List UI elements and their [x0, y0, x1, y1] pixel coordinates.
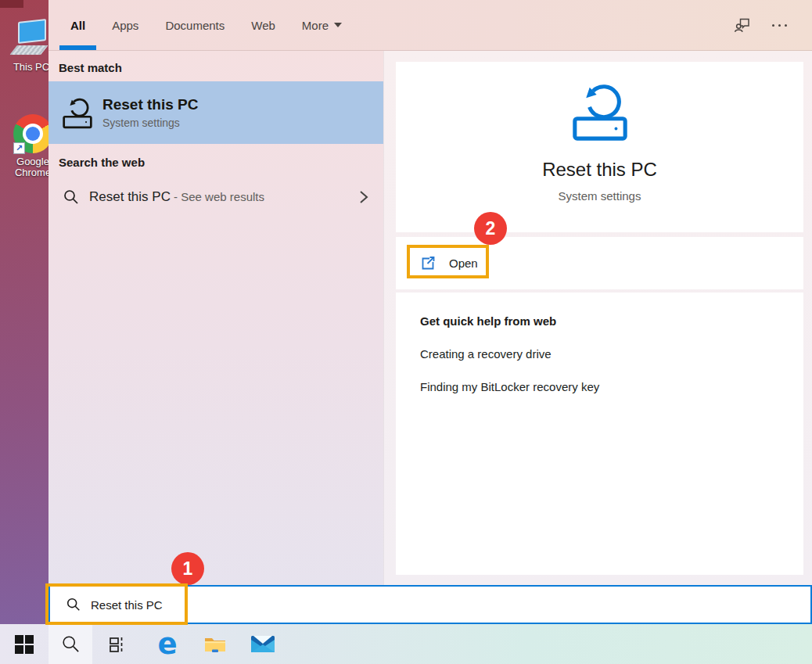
desktop-icon-label: This PC — [9, 61, 53, 73]
mail-icon — [250, 634, 275, 654]
this-pc-icon — [12, 20, 51, 58]
taskbar: e — [0, 624, 812, 664]
annotation-step-2: 2 — [474, 212, 507, 245]
chrome-icon: ↗ — [13, 114, 52, 153]
tab-documents[interactable]: Documents — [154, 0, 235, 50]
taskbar-search-button[interactable] — [49, 624, 92, 664]
search-flyout: All Apps Documents Web More Best match — [49, 0, 812, 585]
taskbar-mail-button[interactable] — [245, 624, 281, 664]
chevron-down-icon — [334, 23, 342, 27]
reset-pc-icon-large — [567, 81, 633, 142]
windows-logo-icon — [15, 635, 34, 654]
quick-help-card: Get quick help from web Creating a recov… — [396, 293, 803, 575]
best-match-header: Best match — [49, 51, 383, 74]
search-the-web-header: Search the web — [49, 156, 383, 169]
search-icon — [63, 188, 80, 206]
file-explorer-icon — [203, 634, 227, 654]
detail-header-card: Reset this PC System settings — [396, 62, 803, 232]
web-search-result[interactable]: Reset this PC - See web results — [49, 178, 383, 216]
search-icon — [61, 634, 81, 654]
help-link-bitlocker[interactable]: Finding my BitLocker recovery key — [396, 380, 803, 393]
help-link-recovery-drive[interactable]: Creating a recovery drive — [396, 347, 803, 361]
taskbar-file-explorer-button[interactable] — [197, 624, 233, 664]
annotation-step-1: 1 — [171, 552, 204, 585]
shortcut-arrow-icon: ↗ — [13, 142, 25, 154]
annotation-box-search — [45, 583, 188, 625]
result-detail-panel: Reset this PC System settings Open Get q… — [383, 51, 812, 585]
best-match-title: Reset this PC — [102, 96, 198, 113]
search-results-panel: Best match Reset this PC System settings… — [49, 51, 383, 585]
tab-apps[interactable]: Apps — [101, 0, 149, 50]
background-window-corner — [0, 0, 23, 8]
tab-web[interactable]: Web — [240, 0, 286, 50]
tab-all[interactable]: All — [59, 0, 96, 50]
detail-subtitle: System settings — [396, 189, 803, 203]
taskbar-edge-button[interactable]: e — [149, 624, 185, 664]
quick-help-header: Get quick help from web — [396, 293, 803, 328]
web-query: Reset this PC — [89, 189, 171, 204]
chevron-right-icon[interactable] — [357, 188, 370, 206]
desktop-icon-this-pc[interactable]: This PC — [9, 20, 53, 73]
taskbar-start-button[interactable] — [6, 624, 42, 664]
best-match-result[interactable]: Reset this PC System settings — [49, 81, 383, 144]
best-match-subtitle: System settings — [102, 117, 198, 129]
reset-pc-icon — [61, 96, 94, 129]
task-view-icon — [107, 634, 128, 655]
tab-more[interactable]: More — [291, 0, 353, 50]
taskbar-task-view-button[interactable] — [99, 624, 135, 664]
search-filter-tabs: All Apps Documents Web More — [49, 0, 812, 51]
annotation-box-open — [407, 245, 489, 278]
edge-icon: e — [157, 630, 177, 659]
web-suffix: - See web results — [171, 190, 264, 203]
more-options-icon[interactable] — [772, 24, 787, 27]
feedback-icon[interactable] — [733, 16, 752, 34]
detail-title: Reset this PC — [396, 159, 803, 181]
